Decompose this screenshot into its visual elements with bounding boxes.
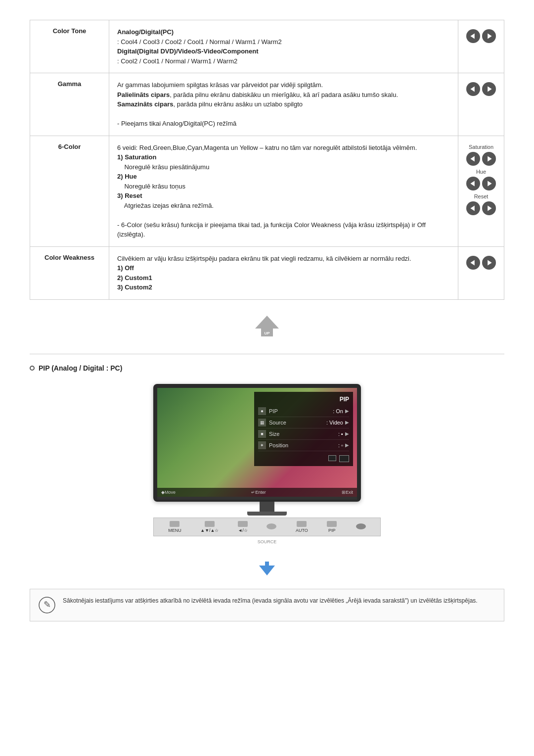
svg-marker-1	[488, 33, 491, 39]
hue-right-arrow[interactable]	[482, 177, 496, 190]
osd-row-position: ✦ Position : ▫ ▶	[258, 440, 349, 451]
pip-button-icon[interactable]	[327, 521, 337, 527]
saturation-label: Saturation	[466, 144, 496, 150]
up-button[interactable]: UP	[252, 315, 282, 339]
reset-arrows[interactable]	[466, 201, 496, 215]
auto-button-group: AUTO	[296, 521, 308, 533]
color-weakness-right-arrow[interactable]	[482, 256, 496, 270]
table-row: 6-Color 6 veidi: Red,Green,Blue,Cyan,Mag…	[30, 136, 504, 246]
color-tone-arrows[interactable]	[466, 29, 496, 43]
hue-arrows[interactable]	[466, 177, 496, 190]
saturation-right-arrow[interactable]	[482, 152, 496, 166]
saturation-control: Saturation	[466, 144, 496, 166]
row-content-color-tone: Analog/Digital(PC) : Cool4 / Cool3 / Coo…	[109, 20, 458, 73]
pip-size-small	[328, 455, 336, 461]
menu-button-label: MENU	[168, 528, 181, 533]
color-weakness-arrows[interactable]	[466, 256, 496, 270]
saturation-arrows[interactable]	[466, 152, 496, 166]
down-arrow-icon	[258, 560, 276, 577]
adjust-button-icon[interactable]	[238, 521, 248, 527]
note-box: ✎ Sākotnējais iestatījums var atšķirties…	[30, 589, 504, 621]
hue-control: Hue	[466, 169, 496, 190]
monitor-display: PIP ● PIP : On ▶	[153, 384, 361, 502]
position-menu-arrow: ▶	[345, 442, 349, 448]
reset-control: Reset	[466, 193, 496, 215]
svg-marker-9	[488, 205, 491, 211]
osd-row-pip: ● PIP : On ▶	[258, 406, 349, 417]
table-row: Color Weakness Cilvēkiem ar vāju krāsu i…	[30, 246, 504, 299]
svg-marker-10	[470, 260, 474, 265]
up-icon: UP	[252, 315, 282, 337]
osd-row-source: ▦ Source : Video ▶	[258, 417, 349, 428]
source-menu-value: : Video	[326, 420, 343, 425]
position-menu-value: : ▫	[338, 442, 343, 448]
power-button-group	[356, 523, 366, 530]
auto-button-icon[interactable]	[297, 521, 307, 527]
osd-menu: PIP ● PIP : On ▶	[254, 392, 353, 466]
pip-preview-squares	[258, 455, 349, 462]
menu-button-icon[interactable]	[170, 521, 179, 527]
monitor-physical-buttons: MENU ▲▼/▲☆ ◄/☆ AUTO	[153, 518, 381, 536]
row-content-gamma: Ar gammas labojumiem spilgtas krāsas var…	[109, 73, 458, 136]
gamma-arrows[interactable]	[466, 82, 496, 96]
size-menu-icon: ■	[258, 430, 266, 438]
pip-size-medium	[339, 455, 349, 462]
row-controls-color-weakness	[458, 246, 504, 299]
gamma-right-arrow[interactable]	[482, 82, 496, 96]
svg-marker-7	[488, 181, 491, 186]
reset-right-arrow[interactable]	[482, 201, 496, 215]
saturation-left-arrow[interactable]	[466, 152, 480, 166]
svg-marker-2	[470, 86, 474, 92]
input-button-icon[interactable]	[267, 523, 276, 529]
color-tone-right-arrow[interactable]	[482, 29, 496, 43]
adjust-button-label: ◄/☆	[238, 528, 247, 533]
osd-nav-move: ◆Move	[161, 490, 176, 495]
svg-text:✎: ✎	[44, 600, 51, 610]
table-row: Color Tone Analog/Digital(PC) : Cool4 / …	[30, 20, 504, 73]
row-label-6color: 6-Color	[30, 136, 109, 246]
row-label-gamma: Gamma	[30, 73, 109, 136]
pip-button-group: PIP	[327, 521, 337, 533]
reset-left-arrow[interactable]	[466, 201, 480, 215]
brightness-button-label: ▲▼/▲☆	[200, 528, 219, 533]
color-tone-left-arrow[interactable]	[466, 29, 480, 43]
monitor-container: PIP ● PIP : On ▶	[30, 384, 504, 545]
reset-label: Reset	[466, 193, 496, 199]
osd-nav-enter: ↵Enter	[251, 490, 266, 495]
monitor-stand-base	[247, 512, 287, 516]
brightness-button-group: ▲▼/▲☆	[200, 521, 219, 533]
svg-marker-6	[470, 181, 474, 186]
input-button-group	[267, 523, 276, 530]
auto-button-label: AUTO	[296, 528, 308, 533]
pip-title: PIP (Analog / Digital : PC)	[39, 364, 122, 372]
row-content-color-weakness: Cilvēkiem ar vāju krāsu izšķirtspēju pad…	[109, 246, 458, 299]
menu-button-group: MENU	[168, 521, 181, 533]
gamma-left-arrow[interactable]	[466, 82, 480, 96]
row-controls-color-tone	[458, 20, 504, 73]
svg-marker-3	[488, 86, 491, 92]
color-weakness-left-arrow[interactable]	[466, 256, 480, 270]
pip-menu-arrow: ▶	[345, 408, 349, 414]
position-menu-icon: ✦	[258, 441, 266, 449]
source-menu-arrow: ▶	[345, 420, 349, 425]
power-button-icon[interactable]	[356, 523, 366, 529]
size-menu-arrow: ▶	[345, 431, 349, 436]
svg-marker-0	[470, 33, 474, 39]
hue-left-arrow[interactable]	[466, 177, 480, 190]
pip-heading: PIP (Analog / Digital : PC)	[30, 364, 504, 372]
row-controls-gamma	[458, 73, 504, 136]
pip-menu-value: : On	[333, 408, 343, 414]
osd-nav-bar: ◆Move ↵Enter ⊞Exit	[157, 488, 357, 497]
brightness-button-icon[interactable]	[205, 521, 215, 527]
pip-circle-icon	[30, 366, 35, 371]
svg-text:UP: UP	[264, 331, 270, 335]
osd-nav-exit: ⊞Exit	[342, 490, 353, 495]
row-label-color-weakness: Color Weakness	[30, 246, 109, 299]
source-menu-label: Source	[269, 420, 286, 425]
down-arrow-indicator	[30, 560, 504, 579]
features-table: Color Tone Analog/Digital(PC) : Cool4 / …	[30, 20, 504, 300]
svg-marker-5	[488, 156, 491, 161]
pip-button-label: PIP	[328, 528, 336, 533]
monitor-screen: PIP ● PIP : On ▶	[157, 388, 357, 497]
section-divider	[30, 354, 504, 354]
